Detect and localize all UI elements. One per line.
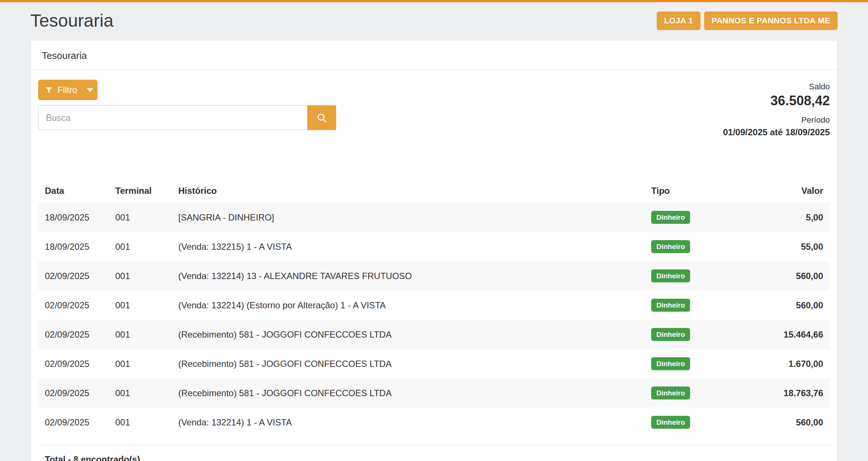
filter-button[interactable]: Filtro [38, 80, 97, 100]
cell-terminal: 001 [109, 378, 172, 408]
cell-data: 18/09/2025 [38, 232, 109, 261]
treasury-card: Tesouraria Filtro [30, 40, 838, 461]
cell-valor: 18.763,76 [756, 378, 830, 408]
tipo-badge: Dinheiro [651, 299, 690, 312]
cell-terminal: 001 [109, 408, 172, 437]
cell-terminal: 001 [109, 232, 172, 261]
tipo-badge: Dinheiro [651, 416, 690, 429]
cell-historico: (Recebimento) 581 - JOGGOFI CONFECCOES L… [172, 349, 645, 378]
cell-data: 18/09/2025 [38, 203, 109, 232]
cell-tipo: Dinheiro [645, 291, 756, 320]
search-icon [316, 112, 327, 123]
cell-valor: 560,00 [756, 261, 830, 291]
search-input[interactable] [38, 105, 307, 130]
card-title: Tesouraria [31, 40, 837, 70]
transactions-table: Data Terminal Histórico Tipo Valor 18/09… [38, 179, 830, 437]
column-header-historico: Histórico [172, 179, 645, 203]
page-container: Tesouraria LOJA 1 PANNOS E PANNOS LTDA M… [0, 2, 868, 461]
cell-tipo: Dinheiro [645, 408, 756, 437]
search-button[interactable] [307, 105, 336, 130]
cell-data: 02/09/2025 [38, 349, 109, 378]
cell-historico: (Venda: 132214) 13 - ALEXANDRE TAVARES F… [172, 261, 645, 291]
cell-data: 02/09/2025 [38, 291, 109, 320]
column-header-valor: Valor [756, 179, 830, 203]
cell-data: 02/09/2025 [38, 320, 109, 349]
tipo-badge: Dinheiro [651, 387, 690, 399]
cell-historico: [SANGRIA - DINHEIRO] [172, 203, 645, 232]
periodo-value: 01/09/2025 até 18/09/2025 [723, 127, 830, 137]
table-row[interactable]: 02/09/2025 001 (Venda: 132214) 1 - A VIS… [38, 408, 830, 437]
table-row[interactable]: 02/09/2025 001 (Recebimento) 581 - JOGGO… [38, 378, 830, 408]
chevron-down-icon [87, 88, 93, 92]
cell-valor: 15.464,66 [756, 320, 830, 349]
cell-tipo: Dinheiro [645, 261, 756, 291]
cell-terminal: 001 [109, 261, 172, 291]
table-row[interactable]: 02/09/2025 001 (Recebimento) 581 - JOGGO… [38, 320, 830, 349]
saldo-label: Saldo [723, 82, 830, 92]
cell-historico: (Recebimento) 581 - JOGGOFI CONFECCOES L… [172, 320, 645, 349]
store-button[interactable]: LOJA 1 [657, 11, 700, 30]
cell-tipo: Dinheiro [645, 378, 756, 408]
cell-data: 02/09/2025 [38, 261, 109, 291]
cell-data: 02/09/2025 [38, 408, 109, 437]
cell-terminal: 001 [109, 291, 172, 320]
column-header-data: Data [38, 179, 109, 203]
cell-valor: 5,00 [756, 203, 830, 232]
cell-tipo: Dinheiro [645, 203, 756, 232]
saldo-value: 36.508,42 [723, 93, 830, 109]
page-header: Tesouraria LOJA 1 PANNOS E PANNOS LTDA M… [30, 2, 838, 40]
table-row[interactable]: 02/09/2025 001 (Venda: 132214) (Estorno … [38, 291, 830, 320]
table-row[interactable]: 18/09/2025 001 [SANGRIA - DINHEIRO] Dinh… [38, 203, 830, 232]
tipo-badge: Dinheiro [651, 328, 690, 341]
cell-tipo: Dinheiro [645, 320, 756, 349]
table-header: Data Terminal Histórico Tipo Valor [38, 179, 830, 203]
tipo-badge: Dinheiro [651, 240, 690, 253]
table-row[interactable]: 02/09/2025 001 (Recebimento) 581 - JOGGO… [38, 349, 830, 378]
cell-valor: 560,00 [756, 291, 830, 320]
cell-historico: (Venda: 132214) 1 - A VISTA [172, 408, 645, 437]
cell-valor: 55,00 [756, 232, 830, 261]
cell-historico: (Venda: 132215) 1 - A VISTA [172, 232, 645, 261]
column-header-tipo: Tipo [645, 179, 756, 203]
cell-historico: (Venda: 132214) (Estorno por Alteração) … [172, 291, 645, 320]
header-buttons: LOJA 1 PANNOS E PANNOS LTDA ME [657, 11, 838, 30]
company-button[interactable]: PANNOS E PANNOS LTDA ME [704, 11, 838, 30]
funnel-icon [45, 86, 53, 94]
toolbar: Filtro [38, 80, 830, 137]
column-header-terminal: Terminal [109, 179, 172, 203]
total-row: Total - 8 encontrado(s) [38, 445, 830, 461]
cell-historico: (Recebimento) 581 - JOGGOFI CONFECCOES L… [172, 378, 645, 408]
cell-terminal: 001 [109, 349, 172, 378]
card-body: Filtro [31, 70, 837, 461]
cell-terminal: 001 [109, 203, 172, 232]
summary-panel: Saldo 36.508,42 Período 01/09/2025 até 1… [723, 80, 830, 137]
cell-tipo: Dinheiro [645, 232, 756, 261]
table-row[interactable]: 18/09/2025 001 (Venda: 132215) 1 - A VIS… [38, 232, 830, 261]
transactions-body: 18/09/2025 001 [SANGRIA - DINHEIRO] Dinh… [38, 203, 830, 437]
filter-button-label: Filtro [57, 85, 77, 95]
tipo-badge: Dinheiro [651, 269, 690, 282]
tipo-badge: Dinheiro [651, 211, 690, 224]
table-row[interactable]: 02/09/2025 001 (Venda: 132214) 13 - ALEX… [38, 261, 830, 291]
cell-valor: 1.670,00 [756, 349, 830, 378]
cell-tipo: Dinheiro [645, 349, 756, 378]
toolbar-left: Filtro [38, 80, 336, 130]
search-group [38, 105, 336, 130]
cell-terminal: 001 [109, 320, 172, 349]
periodo-label: Período [723, 115, 830, 125]
cell-valor: 560,00 [756, 408, 830, 437]
page-title: Tesouraria [30, 10, 113, 31]
tipo-badge: Dinheiro [651, 357, 690, 370]
cell-data: 02/09/2025 [38, 378, 109, 408]
